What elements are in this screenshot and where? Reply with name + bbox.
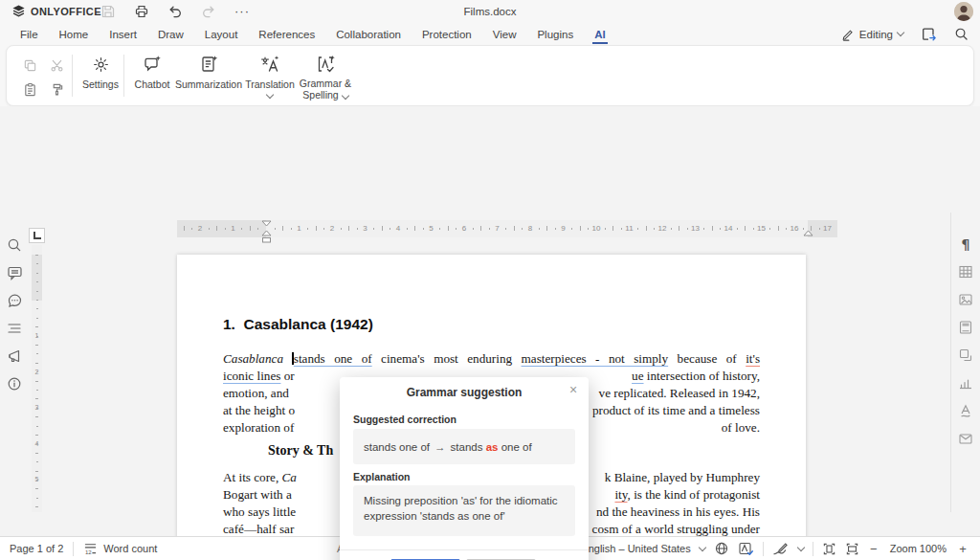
statusbar-divider bbox=[73, 542, 74, 556]
spell-checking-icon[interactable] bbox=[738, 541, 754, 556]
header-footer-settings-icon[interactable] bbox=[957, 319, 974, 336]
chat-icon[interactable] bbox=[6, 292, 23, 309]
ruler-number: 17 bbox=[823, 224, 832, 233]
text-art-settings-icon[interactable] bbox=[957, 402, 974, 419]
save-icon[interactable] bbox=[100, 4, 117, 19]
feedback-icon[interactable] bbox=[6, 347, 23, 365]
explanation-label: Explanation bbox=[353, 471, 411, 482]
tab-insert[interactable]: Insert bbox=[99, 24, 147, 45]
document-heading-2: Story & Th bbox=[268, 443, 333, 459]
app-logo: ONLYOFFICE bbox=[11, 4, 101, 18]
zoom-level[interactable]: Zoom 100% bbox=[890, 543, 947, 554]
vertical-ruler[interactable]: 123456789 bbox=[32, 245, 42, 512]
summarization-button[interactable]: Summarization bbox=[171, 53, 246, 101]
summarization-label: Summarization bbox=[175, 78, 242, 90]
format-painter-icon[interactable] bbox=[43, 78, 70, 101]
chevron-down-icon bbox=[698, 543, 705, 550]
translation-button[interactable]: Translation bbox=[242, 53, 298, 101]
close-icon[interactable]: × bbox=[566, 382, 581, 397]
tab-stop-selector[interactable] bbox=[29, 228, 45, 243]
popup-title: Grammar suggestion bbox=[340, 377, 589, 399]
tab-ai[interactable]: AI bbox=[584, 24, 616, 45]
tab-layout[interactable]: Layout bbox=[194, 24, 249, 45]
word-count-button[interactable]: 12 Word count bbox=[83, 542, 157, 555]
translation-label: Translation bbox=[245, 78, 295, 90]
ink-drawing-icon[interactable] bbox=[772, 542, 790, 556]
mode-switcher[interactable]: Editing bbox=[841, 28, 903, 41]
more-actions-icon[interactable]: ··· bbox=[234, 4, 251, 19]
search-icon[interactable] bbox=[954, 27, 969, 41]
ruler-number: 15 bbox=[757, 224, 766, 233]
mode-label: Editing bbox=[859, 29, 893, 40]
tab-file[interactable]: File bbox=[10, 24, 49, 45]
ruler-number: 3 bbox=[361, 224, 369, 233]
copy-icon[interactable] bbox=[16, 54, 43, 78]
zoom-in-icon[interactable]: + bbox=[957, 542, 969, 556]
navigation-headings-icon[interactable] bbox=[6, 320, 23, 337]
zoom-out-icon[interactable]: − bbox=[868, 542, 880, 556]
ai-settings-button[interactable]: Settings bbox=[78, 53, 122, 101]
tab-references[interactable]: References bbox=[248, 24, 325, 45]
ruler-number: 5 bbox=[427, 224, 435, 233]
app-name: ONLYOFFICE bbox=[31, 6, 101, 17]
cut-icon[interactable] bbox=[43, 54, 70, 78]
ruler-number: 2 bbox=[328, 224, 337, 233]
ruler-number: 16 bbox=[791, 224, 799, 233]
svg-text:12: 12 bbox=[85, 549, 92, 555]
title-bar: ONLYOFFICE ··· Films.docx bbox=[0, 0, 980, 23]
about-icon[interactable] bbox=[6, 375, 23, 392]
find-icon[interactable] bbox=[6, 236, 23, 254]
suggested-correction-label: Suggested correction bbox=[353, 414, 457, 425]
table-settings-icon[interactable] bbox=[957, 263, 974, 280]
word-count-label: Word count bbox=[103, 543, 157, 554]
ruler-number: 11 bbox=[625, 224, 634, 233]
undo-icon[interactable] bbox=[167, 4, 184, 19]
fit-page-icon[interactable] bbox=[822, 542, 836, 556]
document-language-selector[interactable]: English – United States bbox=[581, 543, 690, 554]
redo-icon[interactable] bbox=[200, 4, 217, 19]
settings-label: Settings bbox=[82, 78, 119, 90]
statusbar-divider bbox=[763, 542, 764, 556]
share-icon[interactable] bbox=[921, 27, 937, 42]
ruler-number: 1 bbox=[229, 224, 237, 233]
fit-width-icon[interactable] bbox=[845, 542, 859, 556]
shape-settings-icon[interactable] bbox=[957, 347, 974, 364]
tab-collaboration[interactable]: Collaboration bbox=[325, 24, 412, 45]
chevron-down-icon bbox=[796, 543, 804, 550]
image-settings-icon[interactable] bbox=[957, 291, 974, 308]
right-sidebar: ¶ bbox=[950, 213, 980, 512]
grammar-spelling-icon bbox=[316, 53, 336, 75]
tab-view[interactable]: View bbox=[482, 24, 527, 45]
mail-merge-settings-icon[interactable] bbox=[957, 430, 974, 447]
user-avatar[interactable] bbox=[954, 2, 973, 21]
chatbot-icon bbox=[143, 53, 163, 76]
comments-icon[interactable] bbox=[6, 264, 23, 281]
print-icon[interactable] bbox=[133, 4, 150, 19]
chevron-down-icon bbox=[897, 29, 904, 36]
tab-protection[interactable]: Protection bbox=[412, 24, 482, 45]
doc-text-line: Casablanca stands one of cinema's most e… bbox=[223, 350, 760, 368]
paragraph-settings-icon[interactable]: ¶ bbox=[957, 235, 974, 253]
clipboard-group bbox=[16, 54, 70, 101]
right-indent-marker[interactable] bbox=[803, 230, 813, 236]
set-language-icon[interactable] bbox=[714, 541, 729, 556]
page-indicator[interactable]: Page 1 of 2 bbox=[10, 543, 63, 554]
document-title: Films.docx bbox=[287, 6, 693, 17]
paste-icon[interactable] bbox=[16, 78, 43, 101]
gear-icon bbox=[92, 53, 110, 76]
summarization-icon bbox=[199, 53, 219, 76]
explanation-box: Missing preposition 'as' for the idiomat… bbox=[353, 485, 575, 536]
tab-draw[interactable]: Draw bbox=[147, 24, 194, 45]
chart-settings-icon[interactable] bbox=[957, 374, 974, 392]
tab-home[interactable]: Home bbox=[49, 24, 100, 45]
tab-plugins[interactable]: Plugins bbox=[526, 24, 584, 45]
grammar-suggestion-popup: Grammar suggestion × Suggested correctio… bbox=[340, 377, 589, 560]
grammar-spelling-button[interactable]: Grammar & Spelling bbox=[294, 53, 357, 101]
chevron-down-icon bbox=[341, 92, 348, 100]
left-margin-box-marker[interactable] bbox=[261, 237, 272, 243]
first-line-indent-marker[interactable] bbox=[261, 220, 272, 227]
ruler-number: 8 bbox=[526, 224, 535, 233]
left-indent-marker[interactable] bbox=[261, 230, 272, 236]
chatbot-button[interactable]: Chatbot bbox=[128, 53, 176, 101]
horizontal-ruler[interactable]: 121234567891011121314151617 bbox=[177, 220, 837, 237]
